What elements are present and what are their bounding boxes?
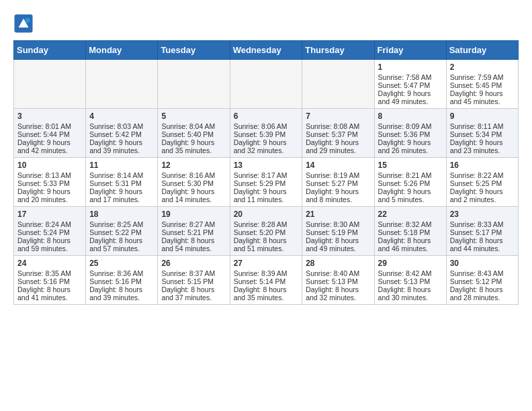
day-info: Sunrise: 8:40 AM <box>306 269 370 277</box>
calendar-cell: 13Sunrise: 8:17 AMSunset: 5:29 PMDayligh… <box>230 158 302 207</box>
weekday-header-monday: Monday <box>86 41 158 60</box>
calendar-cell: 26Sunrise: 8:37 AMSunset: 5:15 PMDayligh… <box>158 256 230 305</box>
day-number: 22 <box>378 210 443 219</box>
day-number: 29 <box>378 259 443 268</box>
calendar-cell: 27Sunrise: 8:39 AMSunset: 5:14 PMDayligh… <box>230 256 302 305</box>
day-number: 3 <box>17 111 82 121</box>
calendar-cell: 15Sunrise: 8:21 AMSunset: 5:26 PMDayligh… <box>374 158 446 207</box>
weekday-header-sunday: Sunday <box>14 41 86 60</box>
day-number: 2 <box>450 62 515 72</box>
day-info: Sunset: 5:14 PM <box>234 277 299 285</box>
day-number: 12 <box>161 161 226 170</box>
day-number: 20 <box>234 210 299 219</box>
weekday-header-friday: Friday <box>374 41 446 60</box>
day-info: Daylight: 8 hours and 39 minutes. <box>89 285 154 302</box>
day-info: Sunset: 5:24 PM <box>17 228 82 236</box>
day-info: Sunrise: 8:43 AM <box>450 269 515 277</box>
calendar-cell <box>158 60 230 109</box>
day-info: Sunrise: 8:36 AM <box>89 269 154 277</box>
day-info: Sunset: 5:18 PM <box>378 228 443 236</box>
day-info: Sunrise: 8:22 AM <box>450 171 515 179</box>
day-number: 23 <box>450 210 515 219</box>
day-info: Daylight: 8 hours and 57 minutes. <box>89 236 154 253</box>
day-info: Daylight: 8 hours and 59 minutes. <box>17 236 82 253</box>
day-info: Sunrise: 8:16 AM <box>161 171 226 179</box>
day-number: 15 <box>378 161 443 170</box>
calendar-cell: 1Sunrise: 7:58 AMSunset: 5:47 PMDaylight… <box>374 60 446 109</box>
day-info: Daylight: 8 hours and 54 minutes. <box>161 236 226 253</box>
calendar-cell: 25Sunrise: 8:36 AMSunset: 5:16 PMDayligh… <box>86 256 158 305</box>
calendar-cell: 18Sunrise: 8:25 AMSunset: 5:22 PMDayligh… <box>86 207 158 256</box>
weekday-header-wednesday: Wednesday <box>230 41 302 60</box>
day-number: 21 <box>306 210 370 219</box>
day-info: Sunset: 5:30 PM <box>161 179 226 187</box>
day-info: Sunrise: 8:37 AM <box>161 269 226 277</box>
calendar-cell: 7Sunrise: 8:08 AMSunset: 5:37 PMDaylight… <box>302 109 374 158</box>
day-number: 28 <box>306 259 370 268</box>
day-info: Sunrise: 8:27 AM <box>161 220 226 228</box>
day-number: 26 <box>161 259 226 268</box>
calendar-cell: 10Sunrise: 8:13 AMSunset: 5:33 PMDayligh… <box>14 158 86 207</box>
day-info: Daylight: 8 hours and 32 minutes. <box>306 285 370 302</box>
calendar-cell: 6Sunrise: 8:06 AMSunset: 5:39 PMDaylight… <box>230 109 302 158</box>
calendar-cell: 5Sunrise: 8:04 AMSunset: 5:40 PMDaylight… <box>158 109 230 158</box>
day-info: Sunset: 5:17 PM <box>450 228 515 236</box>
day-info: Sunset: 5:20 PM <box>234 228 299 236</box>
calendar-cell: 29Sunrise: 8:42 AMSunset: 5:13 PMDayligh… <box>374 256 446 305</box>
day-info: Sunrise: 8:09 AM <box>378 122 443 130</box>
day-info: Sunrise: 8:33 AM <box>450 220 515 228</box>
calendar-cell: 16Sunrise: 8:22 AMSunset: 5:25 PMDayligh… <box>446 158 518 207</box>
day-number: 11 <box>89 161 154 170</box>
day-number: 6 <box>234 111 299 121</box>
day-info: Sunrise: 8:14 AM <box>89 171 154 179</box>
calendar-cell: 30Sunrise: 8:43 AMSunset: 5:12 PMDayligh… <box>446 256 518 305</box>
calendar-cell: 11Sunrise: 8:14 AMSunset: 5:31 PMDayligh… <box>86 158 158 207</box>
day-info: Sunset: 5:36 PM <box>378 130 443 138</box>
calendar-week-2: 3Sunrise: 8:01 AMSunset: 5:44 PMDaylight… <box>14 109 519 158</box>
day-info: Daylight: 8 hours and 41 minutes. <box>17 285 82 302</box>
day-info: Daylight: 8 hours and 37 minutes. <box>161 285 226 302</box>
day-info: Daylight: 9 hours and 20 minutes. <box>17 187 82 203</box>
day-number: 17 <box>17 210 82 219</box>
day-info: Sunset: 5:21 PM <box>161 228 226 236</box>
calendar-cell <box>86 60 158 109</box>
day-info: Sunrise: 8:13 AM <box>17 171 82 179</box>
day-number: 19 <box>161 210 226 219</box>
day-info: Sunrise: 8:11 AM <box>450 122 515 130</box>
day-info: Daylight: 9 hours and 42 minutes. <box>17 138 82 154</box>
day-info: Sunset: 5:25 PM <box>450 179 515 187</box>
day-info: Sunset: 5:45 PM <box>450 81 515 89</box>
day-number: 5 <box>161 111 226 121</box>
day-number: 4 <box>89 111 154 121</box>
day-info: Sunset: 5:16 PM <box>17 277 82 285</box>
day-number: 25 <box>89 259 154 268</box>
day-info: Daylight: 8 hours and 46 minutes. <box>378 236 443 253</box>
day-info: Sunset: 5:39 PM <box>234 130 299 138</box>
day-info: Sunset: 5:37 PM <box>306 130 370 138</box>
calendar-cell: 14Sunrise: 8:19 AMSunset: 5:27 PMDayligh… <box>302 158 374 207</box>
day-info: Daylight: 8 hours and 35 minutes. <box>234 285 299 302</box>
calendar-week-1: 1Sunrise: 7:58 AMSunset: 5:47 PMDaylight… <box>14 60 519 109</box>
day-number: 8 <box>378 111 443 121</box>
day-info: Sunset: 5:22 PM <box>89 228 154 236</box>
day-info: Sunset: 5:31 PM <box>89 179 154 187</box>
day-number: 18 <box>89 210 154 219</box>
calendar-week-3: 10Sunrise: 8:13 AMSunset: 5:33 PMDayligh… <box>14 158 519 207</box>
day-number: 1 <box>378 62 443 72</box>
day-info: Daylight: 9 hours and 39 minutes. <box>89 138 154 154</box>
logo-icon <box>13 13 34 34</box>
day-info: Sunset: 5:47 PM <box>378 81 443 89</box>
calendar-cell: 21Sunrise: 8:30 AMSunset: 5:19 PMDayligh… <box>302 207 374 256</box>
day-number: 13 <box>234 161 299 170</box>
day-info: Daylight: 9 hours and 23 minutes. <box>450 138 515 154</box>
day-info: Daylight: 8 hours and 28 minutes. <box>450 285 515 302</box>
calendar-cell: 23Sunrise: 8:33 AMSunset: 5:17 PMDayligh… <box>446 207 518 256</box>
calendar-cell: 17Sunrise: 8:24 AMSunset: 5:24 PMDayligh… <box>14 207 86 256</box>
weekday-header-tuesday: Tuesday <box>158 41 230 60</box>
day-info: Daylight: 9 hours and 32 minutes. <box>234 138 299 154</box>
day-info: Sunrise: 8:32 AM <box>378 220 443 228</box>
day-number: 27 <box>234 259 299 268</box>
calendar-cell: 20Sunrise: 8:28 AMSunset: 5:20 PMDayligh… <box>230 207 302 256</box>
svg-point-2 <box>25 18 30 24</box>
day-number: 7 <box>306 111 370 121</box>
